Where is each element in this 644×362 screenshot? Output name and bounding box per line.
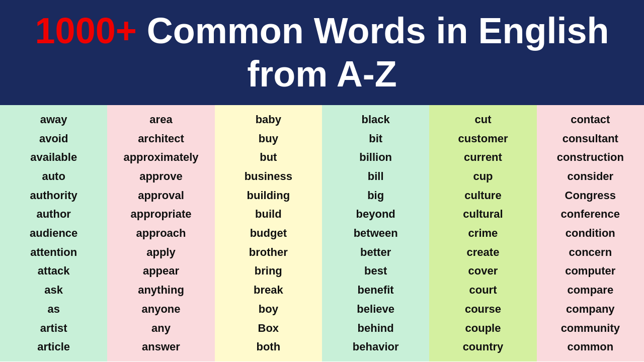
word-item: believe [357, 303, 394, 315]
word-item: article [37, 340, 70, 353]
word-item: brother [249, 246, 288, 258]
word-item: cultural [463, 208, 503, 220]
header-subtitle: from A-Z [10, 52, 634, 96]
word-item: current [464, 151, 502, 163]
word-item: billion [359, 151, 392, 163]
page-header: 1000+ Common Words in English from A-Z [0, 0, 644, 105]
word-item: cup [473, 170, 493, 183]
word-item: country [463, 340, 504, 353]
word-item: anything [138, 284, 184, 296]
word-item: contact [571, 113, 610, 126]
word-column-2: areaarchitectapproximatelyapproveapprova… [107, 105, 214, 361]
word-item: create [467, 246, 500, 258]
word-item: buy [259, 132, 278, 145]
word-item: approximately [123, 151, 198, 163]
word-item: boy [259, 303, 278, 315]
word-item: conference [561, 208, 620, 220]
word-item: consultant [562, 132, 618, 145]
word-item: author [36, 208, 70, 220]
word-item: as [47, 303, 59, 315]
word-item: artist [40, 322, 67, 334]
word-item: concern [569, 246, 612, 258]
word-item: but [260, 151, 277, 163]
word-item: architect [138, 132, 184, 145]
word-item: bill [368, 170, 384, 183]
word-item: behavior [353, 340, 399, 353]
word-item: build [255, 208, 282, 220]
word-item: business [245, 170, 292, 183]
word-count: 1000+ [35, 11, 137, 51]
word-item: appropriate [130, 208, 191, 220]
word-item: black [362, 113, 390, 126]
word-item: consider [567, 170, 613, 183]
word-item: area [149, 113, 172, 126]
word-item: better [360, 246, 391, 258]
word-item: break [254, 284, 283, 296]
word-item: cover [468, 264, 498, 277]
word-item: crime [468, 227, 498, 239]
word-item: attack [38, 264, 70, 277]
word-item: anyone [141, 303, 180, 315]
word-item: best [364, 264, 387, 277]
word-item: company [566, 303, 615, 315]
word-item: appear [143, 264, 179, 277]
word-item: culture [464, 189, 501, 202]
word-item: common [567, 340, 613, 353]
word-item: computer [565, 264, 615, 277]
word-item: cut [474, 113, 491, 126]
word-column-1: awayavoidavailableautoauthorityauthoraud… [0, 105, 107, 361]
word-column-6: contactconsultantconstructionconsiderCon… [537, 105, 644, 361]
word-item: avoid [39, 132, 68, 145]
word-item: approval [138, 189, 184, 202]
word-item: bit [369, 132, 382, 145]
word-item: compare [567, 284, 613, 296]
word-item: ask [44, 284, 63, 296]
word-item: apply [146, 246, 175, 258]
word-item: authority [30, 189, 77, 202]
word-item: baby [256, 113, 281, 126]
word-item: beyond [356, 208, 395, 220]
word-item: community [561, 322, 620, 334]
word-item: customer [458, 132, 508, 145]
word-item: couple [465, 322, 501, 334]
word-item: available [30, 151, 77, 163]
word-item: approach [136, 227, 186, 239]
word-column-5: cutcustomercurrentcupcultureculturalcrim… [429, 105, 536, 361]
word-item: construction [557, 151, 624, 163]
word-item: any [151, 322, 171, 334]
word-item: court [469, 284, 497, 296]
word-item: behind [358, 322, 394, 334]
word-column-4: blackbitbillionbillbigbeyondbetweenbette… [322, 105, 429, 361]
word-item: bring [255, 264, 282, 277]
word-item: approve [139, 170, 183, 183]
word-item: benefit [358, 284, 394, 296]
word-item: course [465, 303, 501, 315]
word-grid: awayavoidavailableautoauthorityauthoraud… [0, 105, 644, 361]
header-title: Common Words in English [147, 11, 609, 51]
word-item: condition [566, 227, 615, 239]
word-item: auto [42, 170, 65, 183]
word-item: Box [258, 322, 279, 334]
word-item: Congress [565, 189, 616, 202]
word-item: between [354, 227, 398, 239]
word-column-3: babybuybutbusinessbuildingbuildbudgetbro… [215, 105, 322, 361]
word-item: building [247, 189, 290, 202]
word-item: budget [250, 227, 287, 239]
word-item: audience [30, 227, 77, 239]
word-item: away [40, 113, 67, 126]
word-item: both [256, 340, 280, 353]
word-item: big [367, 189, 384, 202]
word-item: attention [30, 246, 77, 258]
word-item: answer [142, 340, 180, 353]
